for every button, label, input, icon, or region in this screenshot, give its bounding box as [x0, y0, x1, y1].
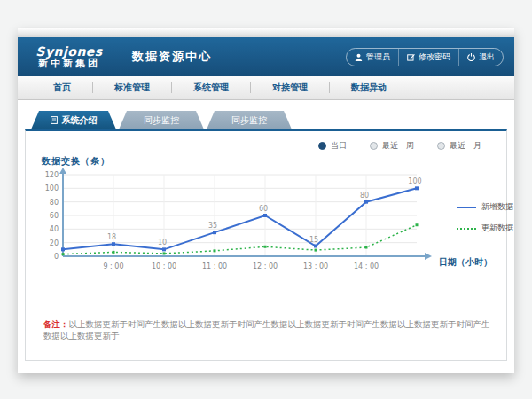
filter-option-last-week[interactable]: 最近一周	[370, 140, 414, 152]
svg-text:40: 40	[50, 225, 59, 233]
current-user-button[interactable]: 管理员	[347, 49, 398, 66]
svg-text:14 : 00: 14 : 00	[354, 262, 379, 270]
company-logo: Synjones 新中新集团	[28, 44, 110, 70]
svg-text:100: 100	[408, 177, 421, 185]
svg-text:10: 10	[158, 239, 167, 246]
svg-text:9 : 00: 9 : 00	[103, 262, 123, 270]
svg-text:15: 15	[309, 236, 318, 244]
filter-option-today[interactable]: 当日	[318, 140, 347, 152]
logout-label: 退出	[479, 51, 495, 63]
footnote: 备注：以上数据更新于时间产生数据以上数据更新于时间产生数据以上数据更新于时间产生…	[43, 318, 506, 360]
filter-label: 最近一周	[382, 140, 414, 152]
logout-button[interactable]: 退出	[458, 49, 503, 66]
user-icon	[355, 53, 363, 61]
time-range-filter: 当日 最近一周 最近一月	[26, 140, 481, 152]
tab-label: 同步监控	[144, 114, 179, 127]
legend-item-updated-data: 更新数据	[457, 223, 513, 234]
svg-text:12 : 00: 12 : 00	[253, 262, 278, 270]
power-icon	[467, 53, 475, 61]
tab-sync-monitor-1[interactable]: 同步监控	[119, 111, 204, 129]
change-password-label: 修改密码	[419, 51, 450, 63]
main-nav: 首页 标准管理 系统管理 对接管理 数据异动	[18, 76, 514, 100]
legend-label: 新增数据	[481, 201, 513, 213]
svg-text:0: 0	[54, 253, 59, 261]
svg-text:80: 80	[50, 199, 59, 207]
nav-item-standard-mgmt[interactable]: 标准管理	[93, 82, 171, 94]
green-dotted-line-icon	[457, 228, 476, 230]
filter-option-last-month[interactable]: 最近一月	[437, 140, 481, 152]
footnote-label: 备注：	[43, 319, 69, 329]
tab-label: 系统介绍	[62, 114, 98, 127]
tab-sync-monitor-2[interactable]: 同步监控	[207, 111, 292, 129]
window-top-strip	[18, 28, 514, 37]
tab-bar: 系统介绍 同步监控 同步监控	[25, 111, 507, 129]
svg-text:100: 100	[45, 184, 59, 192]
chart-zone: 数据交换（条） 0204060801001209 : 0010 : 0011 :…	[38, 155, 506, 295]
legend-label: 更新数据	[481, 223, 513, 234]
user-controls: 管理员 修改密码 退出	[346, 48, 504, 66]
content-area: 系统介绍 同步监控 同步监控 当日 最近一周	[18, 100, 514, 361]
edit-icon	[407, 53, 415, 61]
svg-text:10 : 00: 10 : 00	[152, 262, 176, 270]
brand-name-cn: 新中新集团	[28, 59, 110, 70]
filter-label: 最近一月	[450, 140, 481, 152]
current-user-label: 管理员	[366, 51, 390, 63]
svg-text:35: 35	[208, 222, 217, 230]
brand-name: Synjones	[28, 44, 110, 59]
footnote-text: 以上数据更新于时间产生数据以上数据更新于时间产生数据以上数据更新于时间产生数据以…	[43, 319, 490, 340]
svg-text:13 : 00: 13 : 00	[303, 262, 328, 270]
app-window: Synjones 新中新集团 数据资源中心 管理员 修改密码 退出 首页 标准管…	[18, 28, 514, 373]
svg-text:120: 120	[45, 171, 59, 179]
svg-text:11 : 00: 11 : 00	[202, 262, 227, 270]
filter-label: 当日	[331, 140, 347, 152]
page-title: 数据资源中心	[132, 49, 212, 65]
blue-line-icon	[457, 207, 476, 208]
svg-text:20: 20	[50, 239, 59, 247]
header-divider	[121, 45, 121, 68]
chart-panel: 当日 最近一周 最近一月 数据交换（条） 0204060801001209 : …	[25, 129, 507, 361]
legend-item-new-data: 新增数据	[457, 201, 513, 213]
tab-system-intro[interactable]: 系统介绍	[31, 111, 116, 129]
svg-text:80: 80	[360, 192, 369, 200]
nav-item-system-mgmt[interactable]: 系统管理	[172, 82, 250, 94]
chart-y-axis-label: 数据交换（条）	[42, 155, 110, 168]
document-icon	[51, 116, 58, 124]
svg-text:18: 18	[107, 233, 116, 241]
radio-icon	[437, 142, 445, 150]
chart-legend: 新增数据 更新数据	[457, 201, 513, 234]
chart-x-axis-label: 日期（小时）	[439, 256, 492, 269]
radio-icon	[370, 142, 378, 150]
svg-text:60: 60	[50, 212, 59, 220]
tab-label: 同步监控	[231, 114, 267, 127]
radio-icon	[318, 142, 326, 150]
nav-item-docking-mgmt[interactable]: 对接管理	[251, 82, 329, 94]
nav-item-home[interactable]: 首页	[32, 82, 92, 94]
change-password-button[interactable]: 修改密码	[398, 49, 458, 66]
app-header: Synjones 新中新集团 数据资源中心 管理员 修改密码 退出	[18, 37, 514, 76]
nav-item-data-change[interactable]: 数据异动	[330, 82, 408, 94]
svg-text:60: 60	[259, 205, 268, 213]
exchange-line-chart: 0204060801001209 : 0010 : 0011 : 0012 : …	[38, 168, 446, 283]
